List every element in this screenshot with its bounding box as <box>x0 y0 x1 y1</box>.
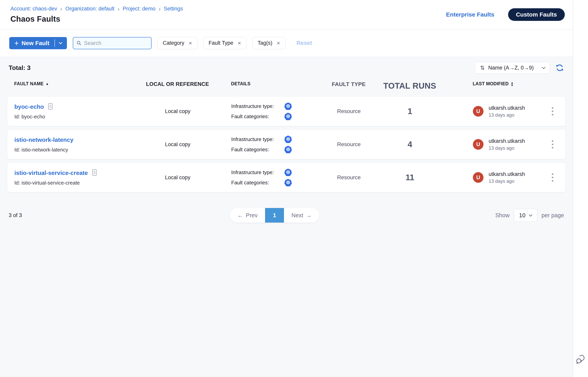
kubernetes-icon: ☸ <box>284 169 292 176</box>
column-header-local-or-reference: LOCAL OR REFERENCE <box>146 81 209 87</box>
column-header-details: DETAILS <box>231 81 319 86</box>
modified-time: 13 days ago <box>489 112 525 118</box>
filter-chip-fault-type[interactable]: Fault Type × <box>203 37 246 49</box>
modified-time: 13 days ago <box>489 178 525 184</box>
breadcrumb-project[interactable]: Project: demo <box>123 6 156 12</box>
fault-type-cell: Resource <box>319 174 378 181</box>
search-icon <box>76 40 82 46</box>
fault-type-cell: Resource <box>319 141 378 148</box>
total-runs-cell: 4 <box>378 140 441 149</box>
sort-arrows-icon: ⇅ <box>480 65 485 71</box>
custom-faults-button[interactable]: Custom Faults <box>508 8 565 21</box>
filter-chip-category[interactable]: Category × <box>158 37 197 49</box>
local-or-reference-cell: Local copy <box>142 175 213 181</box>
breadcrumb-account[interactable]: Account: chaos-dev <box>11 6 57 12</box>
breadcrumb-organization[interactable]: Organization: default <box>65 6 114 12</box>
fault-id: Id: byoc-echo <box>14 114 142 120</box>
page-summary: 3 of 3 <box>9 212 68 218</box>
search-input[interactable] <box>84 40 148 46</box>
chevron-right-icon: › <box>158 6 161 12</box>
show-label: Show <box>495 212 510 219</box>
reset-filters-link[interactable]: Reset <box>296 40 312 46</box>
kebab-menu-icon[interactable] <box>550 138 555 151</box>
toolbar: + New Fault Category × Fault Type × Tag(… <box>0 30 573 57</box>
next-page-button[interactable]: Next→ <box>284 208 319 223</box>
details-cell: Infrastructure type:☸ Fault categories:☸ <box>213 102 319 120</box>
new-fault-button[interactable]: + New Fault <box>9 37 67 49</box>
total-runs-cell: 1 <box>378 106 441 116</box>
fault-name-link[interactable]: istio-network-latency <box>14 137 73 143</box>
last-modified-cell: U utkarsh.utkarsh 13 days ago <box>441 138 540 151</box>
page-size-dropdown[interactable]: 10 <box>514 209 537 222</box>
button-divider <box>55 39 55 47</box>
content-area: Total: 3 ⇅ Name (A→Z, 0→9) <box>0 57 573 377</box>
filter-label: Category <box>163 40 184 46</box>
filter-chip-tags[interactable]: Tag(s) × <box>252 37 285 49</box>
prev-page-button[interactable]: ←Prev <box>230 208 265 223</box>
list-header-right: ⇅ Name (A→Z, 0→9) <box>475 62 564 74</box>
filter-label: Fault Type <box>209 40 233 46</box>
fault-type-cell: Resource <box>319 108 378 114</box>
page-1-button[interactable]: 1 <box>265 208 284 223</box>
page-size-control: Show 10 per page <box>481 209 564 222</box>
copy-icon[interactable] <box>92 169 97 177</box>
infrastructure-type-label: Infrastructure type: <box>231 136 274 142</box>
filter-label: Tag(s) <box>258 40 272 46</box>
user-name: utkarsh.utkarsh <box>489 105 525 111</box>
chaos-faults-page: Account: chaos-dev › Organization: defau… <box>0 0 588 377</box>
table-row: istio-virtual-service-create Id: istio-v… <box>7 163 565 192</box>
details-cell: Infrastructure type:☸ Fault categories:☸ <box>213 169 319 186</box>
list-header: Total: 3 ⇅ Name (A→Z, 0→9) <box>7 62 565 74</box>
column-header-fault-name[interactable]: FAULT NAME▲ <box>14 81 142 86</box>
kubernetes-icon: ☸ <box>284 102 292 110</box>
column-header-last-modified[interactable]: LAST MODIFIED▲▼ <box>473 81 514 86</box>
last-modified-cell: U utkarsh.utkarsh 13 days ago <box>441 171 540 184</box>
kebab-menu-icon[interactable] <box>550 105 555 118</box>
kebab-menu-icon[interactable] <box>550 171 555 184</box>
chevron-down-icon[interactable] <box>59 41 62 44</box>
chevron-down-icon <box>529 213 532 216</box>
breadcrumb-settings[interactable]: Settings <box>164 6 183 12</box>
fault-name-link[interactable]: byoc-echo <box>14 103 44 110</box>
last-modified-cell: U utkarsh.utkarsh 13 days ago <box>441 105 540 118</box>
sort-label: Name (A→Z, 0→9) <box>488 65 534 71</box>
column-header-fault-type: FAULT TYPE <box>332 81 366 87</box>
sort-asc-icon: ▲ <box>46 82 49 86</box>
refresh-button[interactable] <box>555 63 564 72</box>
chat-bubbles-icon <box>576 354 586 364</box>
enterprise-faults-link[interactable]: Enterprise Faults <box>446 11 494 18</box>
fault-id: Id: istio-network-latency <box>14 147 142 153</box>
total-count: Total: 3 <box>9 64 31 71</box>
details-cell: Infrastructure type:☸ Fault categories:☸ <box>213 136 319 153</box>
close-icon[interactable]: × <box>277 40 280 47</box>
chevron-right-icon: › <box>117 6 119 12</box>
table-header-row: FAULT NAME▲ LOCAL OR REFERENCE DETAILS F… <box>14 81 565 91</box>
fault-categories-label: Fault categories: <box>231 147 269 153</box>
close-icon[interactable]: × <box>189 40 192 47</box>
avatar: U <box>473 106 484 117</box>
copy-icon[interactable] <box>48 103 53 110</box>
sort-both-icon: ▲▼ <box>511 81 514 86</box>
local-or-reference-cell: Local copy <box>142 108 213 114</box>
user-name: utkarsh.utkarsh <box>489 171 525 177</box>
arrow-right-icon: → <box>306 212 312 219</box>
chat-widget-button[interactable] <box>576 354 586 365</box>
kubernetes-icon: ☸ <box>284 136 292 143</box>
table-row: istio-network-latency Id: istio-network-… <box>7 130 565 159</box>
sort-dropdown[interactable]: ⇅ Name (A→Z, 0→9) <box>475 62 550 74</box>
arrow-left-icon: ← <box>237 212 243 219</box>
page-header: Account: chaos-dev › Organization: defau… <box>0 0 573 30</box>
infrastructure-type-label: Infrastructure type: <box>231 103 274 109</box>
fault-categories-label: Fault categories: <box>231 113 269 119</box>
refresh-icon <box>555 63 564 72</box>
per-page-label: per page <box>542 212 564 219</box>
kubernetes-icon: ☸ <box>284 179 292 186</box>
total-runs-cell: 11 <box>378 173 441 182</box>
close-icon[interactable]: × <box>238 40 241 47</box>
table-row: byoc-echo Id: byoc-echo Local copy Infra… <box>7 96 565 126</box>
infrastructure-type-label: Infrastructure type: <box>231 169 274 176</box>
header-left: Account: chaos-dev › Organization: defau… <box>11 6 183 24</box>
column-header-total-runs: TOTAL RUNS <box>383 81 436 90</box>
user-name: utkarsh.utkarsh <box>489 138 525 144</box>
fault-name-link[interactable]: istio-virtual-service-create <box>14 170 88 176</box>
